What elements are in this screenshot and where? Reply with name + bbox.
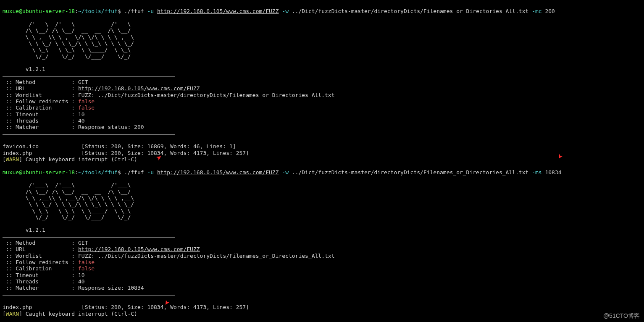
- divider: [3, 76, 175, 77]
- config-row: :: Method : GET: [3, 79, 88, 85]
- config-row: :: Calibration : false: [3, 105, 95, 111]
- prompt-user: muxue: [3, 8, 19, 14]
- config-row: :: Matcher : Response size: 10834: [3, 285, 144, 291]
- flag-u: -u: [147, 8, 154, 14]
- config-row: :: Calibration : false: [3, 265, 95, 272]
- warn-line: [WARN] Caught keyboard interrupt (Ctrl-C…: [3, 156, 137, 162]
- flag-u: -u: [147, 169, 154, 175]
- divider: [3, 237, 175, 238]
- target-url-link[interactable]: http://192.168.0.105/www.cms.com/FUZZ: [157, 8, 279, 14]
- target-url-link[interactable]: http://192.168.0.105/www.cms.com/FUZZ: [157, 169, 279, 175]
- config-row: :: URL : http://192.168.0.105/www.cms.co…: [3, 85, 200, 92]
- config-row: :: Wordlist : FUZZ: ../Dict/fuzzDicts-ma…: [3, 253, 335, 259]
- config-row: :: Threads : 40: [3, 118, 85, 124]
- result-row: index.php [Status: 200, Size: 10834, Wor…: [3, 150, 249, 156]
- version-label: v1.2.1: [3, 227, 45, 233]
- flag-mc-value: 200: [545, 8, 555, 14]
- flag-ms: -ms: [532, 169, 541, 175]
- result-row: favicon.ico [Status: 200, Size: 16869, W…: [3, 143, 236, 149]
- prompt-line-2: muxue@ubuntu-server-18:~/tools/ffuf$ ./f…: [3, 169, 562, 175]
- terminal-output: muxue@ubuntu-server-18:~/tools/ffuf$ ./f…: [0, 0, 644, 319]
- flag-w: -w: [282, 8, 289, 14]
- prompt-line-1: muxue@ubuntu-server-18:~/tools/ffuf$ ./f…: [3, 8, 555, 14]
- config-row: :: Threads : 40: [3, 278, 85, 285]
- config-row: :: Wordlist : FUZZ: ../Dict/fuzzDicts-ma…: [3, 92, 335, 98]
- config-row: :: Follow redirects : false: [3, 98, 95, 105]
- warn-line: [WARN] Caught keyboard interrupt (Ctrl-C…: [3, 311, 137, 317]
- config-row: :: Follow redirects : false: [3, 259, 95, 265]
- config-row: :: Timeout : 10: [3, 111, 85, 118]
- ascii-banner: /'___\ /'___\ /'___\: [3, 21, 154, 27]
- warn-tag: WARN: [6, 156, 19, 162]
- config-row: :: Matcher : Response status: 200: [3, 124, 144, 130]
- watermark-label: @51CTO博客: [603, 312, 640, 319]
- flag-mc: -mc: [532, 8, 541, 14]
- prompt-host: ubuntu-server-18: [22, 8, 75, 14]
- flag-w: -w: [282, 169, 289, 175]
- config-row: :: Method : GET: [3, 240, 88, 246]
- ascii-banner: /'___\ /'___\ /'___\: [3, 182, 154, 188]
- version-label: v1.2.1: [3, 66, 45, 72]
- cmd-bin: ./ffuf: [124, 8, 144, 14]
- config-url-link[interactable]: http://192.168.0.105/www.cms.com/FUZZ: [78, 246, 200, 252]
- divider: [3, 134, 175, 135]
- config-row: :: URL : http://192.168.0.105/www.cms.co…: [3, 246, 200, 252]
- result-row: index.php [Status: 200, Size: 10834, Wor…: [3, 304, 249, 310]
- wordlist-path: ../Dict/fuzzDicts-master/directoryDicts/…: [292, 8, 529, 14]
- config-row: :: Timeout : 10: [3, 272, 85, 278]
- divider: [3, 295, 175, 296]
- config-url-link[interactable]: http://192.168.0.105/www.cms.com/FUZZ: [78, 85, 200, 92]
- flag-ms-value: 10834: [545, 169, 561, 175]
- prompt-cwd: ~/tools/ffuf: [78, 8, 118, 14]
